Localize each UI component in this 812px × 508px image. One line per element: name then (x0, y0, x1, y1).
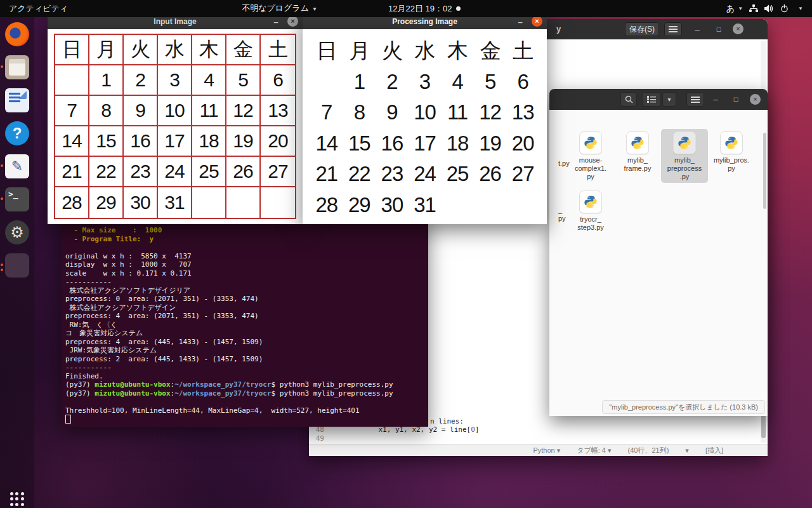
file-item-tryocr_step3.py[interactable]: tryocr_ step3.py (567, 188, 614, 234)
calendar-date-cell: 7 (310, 97, 343, 128)
status-item[interactable]: ▾ (685, 446, 689, 455)
dock-terminal[interactable]: >_ (5, 187, 29, 211)
view-options-button[interactable]: ▾ (662, 92, 676, 107)
calendar-date-cell: 20 (261, 126, 295, 157)
calendar-date-cell: 22 (343, 159, 376, 190)
dock-help[interactable]: ? (5, 121, 29, 145)
status-item[interactable]: タブ幅: 4 ▾ (577, 446, 611, 455)
python-file-icon (579, 131, 602, 154)
list-view-icon (647, 96, 656, 103)
dock-unknown-app[interactable] (5, 253, 29, 277)
power-icon[interactable] (780, 4, 789, 13)
file-name-label: mylib_ preprocess .py (661, 156, 708, 181)
chevron-down-icon: ▾ (667, 96, 671, 103)
system-tray[interactable]: あ▼ ▼ (721, 0, 808, 17)
calendar-date-cell: 29 (89, 187, 124, 218)
calendar-date-cell: 8 (89, 96, 124, 126)
calendar-day-header: 金 (226, 35, 261, 65)
calendar-day-header: 水 (158, 35, 192, 65)
calendar-date-cell: 6 (261, 65, 295, 96)
minimize-button[interactable]: – (514, 15, 527, 28)
dock-firefox[interactable] (5, 22, 29, 46)
calendar-date-cell (226, 187, 261, 218)
calendar-date-cell: 18 (441, 128, 474, 159)
close-button[interactable]: × (750, 94, 761, 105)
file-item-mylib_pros.py[interactable]: mylib_pros. py (708, 129, 755, 183)
dock-files[interactable] (5, 55, 29, 79)
calendar-date-cell: 17 (158, 126, 192, 157)
file-manager-scrollbar[interactable] (763, 133, 767, 398)
activities-button[interactable]: アクティビティ (0, 0, 77, 17)
terminal-line: scale w x h : 0.171 x 0.171 (65, 269, 428, 278)
terminal-line: 株式会社アクシアソフトデザイジリア (65, 286, 428, 295)
calendar-date-cell: 5 (226, 65, 261, 96)
volume-icon[interactable] (764, 4, 774, 13)
terminal-window[interactable]: - Max size : 1000 - Program Title: y ori… (62, 216, 428, 427)
calendar-date-cell: 14 (310, 128, 343, 159)
search-button[interactable] (620, 92, 637, 107)
calendar-date-cell: 30 (124, 187, 158, 218)
view-toggle-button[interactable] (642, 92, 661, 107)
calendar-date-cell (441, 190, 474, 221)
save-button[interactable]: 保存(S) (625, 22, 659, 36)
code-line-47-fragment: n lines: (430, 417, 464, 425)
terminal-line: original w x h : 5850 x 4137 (65, 252, 428, 261)
gedit-status-bar: Python ▾タブ幅: 4 ▾(40行、21列)▾[挿入] (309, 444, 768, 456)
menu-button[interactable] (664, 22, 682, 36)
terminal-line: Finished. (65, 372, 428, 381)
calendar-day-header: 日 (310, 36, 343, 67)
processing-image-canvas: 日月火水木金土123456789101112131415161718192021… (303, 29, 547, 224)
running-dot (1, 65, 3, 68)
clipped-file-name-fragment: t.py (558, 159, 570, 168)
maximize-button[interactable]: □ (730, 93, 742, 105)
app-menu-button[interactable]: 不明なプログラム▼ (233, 0, 326, 18)
terminal-cursor (65, 415, 71, 424)
minimize-button[interactable]: – (691, 23, 704, 36)
calendar-date-cell: 11 (441, 97, 474, 128)
calendar-date-cell: 18 (192, 126, 226, 157)
file-item-mylib_frame.py[interactable]: mylib_ frame.py (614, 129, 661, 183)
input-method-indicator[interactable]: あ▼ (726, 3, 743, 15)
close-button[interactable]: × (733, 23, 743, 34)
status-item[interactable]: [挿入] (705, 446, 723, 455)
file-item-mylib_preprocess.py[interactable]: mylib_ preprocess .py (661, 129, 708, 183)
calendar-day-header: 土 (261, 35, 295, 65)
top-bar: アクティビティ 不明なプログラム▼ 12月22日 19：02 あ▼ ▼ (0, 0, 812, 17)
menu-button[interactable] (686, 92, 704, 107)
file-manager-content[interactable]: mouse- complex1. pymylib_ frame.pymylib_… (549, 110, 768, 416)
running-dot (1, 197, 3, 200)
python-file-icon (626, 131, 649, 154)
show-applications-button[interactable] (9, 491, 25, 507)
status-item: (40行、21列) (628, 446, 669, 455)
calendar-date-cell: 9 (124, 96, 158, 126)
calendar-date-cell (506, 190, 539, 221)
minimize-button[interactable]: – (709, 93, 722, 105)
calendar-date-cell: 19 (474, 128, 507, 159)
dock-libreoffice-writer[interactable] (5, 88, 29, 112)
calendar-date-cell: 26 (474, 159, 507, 190)
calendar-date-cell: 24 (158, 157, 192, 187)
maximize-button[interactable]: □ (712, 23, 725, 36)
calendar-date-cell: 21 (55, 157, 89, 187)
terminal-line: preprocess: 4 area: (2071, 351) - (3353,… (65, 312, 428, 321)
terminal-line: preprocess: 0 area: (2071, 351) - (3353,… (65, 295, 428, 304)
calendar-date-cell: 11 (192, 96, 226, 126)
dock-settings[interactable]: ⚙ (5, 220, 29, 244)
line-number: 48 (309, 425, 328, 434)
clock-button[interactable]: 12月22日 19：02 (388, 0, 452, 17)
network-icon[interactable] (749, 4, 758, 13)
calendar-date-cell: 22 (89, 157, 124, 187)
code-text: x1, y1, x2, y2 = line[0] (328, 425, 479, 434)
processing-image-window: Processing Image – × 日月火水木金土123456789101… (303, 14, 547, 224)
dock-text-editor[interactable]: ✎ (5, 154, 29, 178)
close-button[interactable]: × (532, 16, 542, 27)
dock: ? ✎ >_ ⚙ (0, 17, 34, 508)
calendar-date-cell: 17 (409, 128, 442, 159)
file-manager-headerbar[interactable]: ▾ – □ × (549, 89, 768, 110)
calendar-day-header: 水 (409, 36, 442, 67)
status-item[interactable]: Python ▾ (533, 446, 560, 455)
file-item-mouse-complex1.py[interactable]: mouse- complex1. py (567, 129, 614, 183)
code-line: 48 x1, y1, x2, y2 = line[0] (309, 425, 768, 434)
calendar-date-cell: 10 (158, 96, 192, 126)
chevron-down-icon: ▼ (312, 6, 317, 12)
